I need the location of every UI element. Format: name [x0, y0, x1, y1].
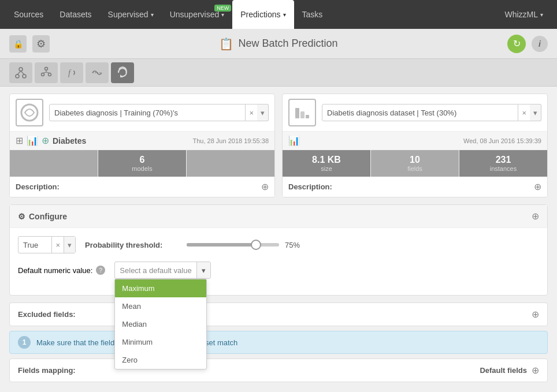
nav-unsupervised-arrow: ▾ — [221, 12, 224, 18]
left-panel-desc-label: Description: — [16, 182, 60, 191]
svg-point-0 — [19, 68, 23, 71]
nav-datasets[interactable]: Datasets — [51, 0, 99, 29]
help-icon[interactable]: ? — [96, 266, 105, 275]
configure-title: ⚙ Configure — [18, 212, 67, 221]
dropdown-option-mean[interactable]: Mean — [115, 297, 206, 315]
probability-slider-fill — [187, 243, 256, 247]
nav-supervised[interactable]: Supervised ▾ — [100, 0, 162, 29]
configure-gear-icon: ⚙ — [18, 212, 25, 221]
nav-unsupervised-badge: NEW — [214, 5, 231, 12]
svg-rect-17 — [306, 115, 309, 118]
left-panel-clear[interactable]: × — [246, 104, 257, 121]
svg-line-4 — [21, 71, 24, 74]
header-bar: 🔒 ⚙ 📋 New Batch Prediction ↻ i — [0, 29, 557, 59]
left-panel-stats: 6 models — [10, 150, 274, 177]
nav-predictions-arrow: ▾ — [283, 12, 286, 18]
tab-ensemble[interactable] — [9, 62, 32, 83]
tab-function[interactable]: f — [60, 62, 83, 83]
right-panel-expand[interactable]: ⊕ — [534, 181, 541, 192]
left-panel-model-name: Diabetes — [53, 136, 86, 145]
configure-header: ⚙ Configure ⊕ — [10, 205, 547, 228]
nav-sources-label: Sources — [14, 10, 43, 19]
probability-label: Probability threshold: — [85, 241, 177, 249]
left-panel-model-icon: ⊞ — [16, 135, 23, 146]
fields-mapping-expand[interactable]: ⊕ — [532, 365, 539, 376]
excluded-fields-expand[interactable]: ⊕ — [532, 309, 539, 320]
dropdown-trigger-arrow[interactable]: ▾ — [196, 262, 210, 278]
dropdown-option-median[interactable]: Median — [115, 315, 206, 333]
settings-icon[interactable]: ⚙ — [32, 35, 50, 53]
left-panel-model-date: Thu, 28 Jun 2018 19:55:38 — [193, 137, 269, 144]
tab-refresh[interactable] — [111, 62, 134, 83]
header-left-icons: 🔒 ⚙ — [9, 35, 50, 53]
svg-text:f: f — [68, 69, 72, 77]
nav-predictions[interactable]: Predictions ▾ — [232, 0, 294, 29]
default-value-dropdown-trigger[interactable]: Select a default value ▾ — [114, 262, 210, 279]
left-stat-0 — [10, 150, 98, 177]
probability-slider-track[interactable] — [187, 243, 279, 247]
true-select-val: True — [18, 241, 51, 249]
left-panel-input-wrap: × ▾ — [49, 104, 269, 121]
nav-whizzml[interactable]: WhizzML ▾ — [496, 0, 551, 29]
numeric-label-wrap: Default numeric value: ? — [18, 266, 105, 275]
left-panel-compass-icon: ⊕ — [42, 135, 49, 146]
dropdown-option-maximum[interactable]: Maximum — [115, 279, 206, 297]
svg-point-14 — [21, 104, 38, 121]
left-panel-input[interactable] — [49, 104, 246, 121]
nav-predictions-label: Predictions — [240, 10, 280, 19]
true-select-arrow[interactable]: ▾ — [64, 237, 75, 253]
configure-title-text: Configure — [29, 212, 67, 221]
tab-tree[interactable] — [35, 62, 58, 83]
nav-user-label: WhizzML — [504, 10, 538, 19]
right-panel: × ▾ 📊 Wed, 08 Jun 2016 15:39:39 8.1 KB s… — [282, 94, 548, 197]
default-value-dropdown-menu: Maximum Mean Median Minimum Zero — [114, 279, 207, 369]
svg-point-5 — [45, 67, 48, 70]
svg-point-6 — [42, 73, 44, 76]
main-content: × ▾ ⊞ 📊 ⊕ Diabetes Thu, 28 Jun 2018 19:5… — [0, 87, 557, 389]
nav-tasks-label: Tasks — [302, 10, 323, 19]
dropdown-option-minimum[interactable]: Minimum — [115, 333, 206, 351]
fields-mapping-row: Fields mapping: Default fields ⊕ — [9, 359, 548, 382]
right-panel-arrow[interactable]: ▾ — [530, 104, 541, 121]
excluded-fields-row: Excluded fields: ⊕ — [9, 303, 548, 326]
svg-point-1 — [16, 74, 19, 78]
nav-user-arrow: ▾ — [540, 12, 543, 18]
svg-point-2 — [23, 74, 26, 78]
left-panel-expand[interactable]: ⊕ — [261, 181, 269, 192]
right-panel-stats: 8.1 KB size 10 fields 231 instances — [283, 150, 547, 177]
right-panel-logo — [288, 99, 316, 126]
panels-row: × ▾ ⊞ 📊 ⊕ Diabetes Thu, 28 Jun 2018 19:5… — [9, 94, 548, 197]
right-panel-clear[interactable]: × — [518, 104, 530, 121]
nav-unsupervised-label: Unsupervised — [170, 10, 220, 19]
refresh-button[interactable]: ↻ — [507, 35, 526, 53]
svg-point-7 — [49, 73, 51, 76]
svg-line-10 — [46, 72, 50, 73]
left-stat-2 — [187, 150, 274, 177]
nav-unsupervised[interactable]: Unsupervised NEW ▾ — [162, 0, 233, 29]
true-select-clear[interactable]: × — [51, 237, 64, 253]
right-panel-top: × ▾ — [283, 94, 547, 132]
tab-network[interactable] — [86, 62, 109, 83]
left-panel-chart-icon: 📊 — [27, 135, 38, 146]
right-stat-1-value: 10 — [373, 155, 456, 165]
configure-expand[interactable]: ⊕ — [532, 211, 539, 222]
nav-tasks[interactable]: Tasks — [294, 0, 331, 29]
info-button[interactable]: i — [532, 36, 548, 52]
left-panel-top: × ▾ — [10, 94, 274, 132]
true-select[interactable]: True × ▾ — [18, 236, 76, 253]
nav-sources[interactable]: Sources — [6, 0, 51, 29]
left-panel: × ▾ ⊞ 📊 ⊕ Diabetes Thu, 28 Jun 2018 19:5… — [9, 94, 275, 197]
right-panel-chart-icon: 📊 — [288, 135, 300, 146]
info-banner-number: 1 — [18, 336, 31, 349]
left-panel-arrow[interactable]: ▾ — [257, 104, 269, 121]
config-row-1: True × ▾ Probability threshold: 75% — [18, 236, 539, 253]
dropdown-option-zero[interactable]: Zero — [115, 351, 206, 369]
svg-line-3 — [17, 71, 21, 74]
right-stat-0-label: size — [285, 165, 368, 172]
probability-value: 75% — [285, 241, 300, 249]
configure-body: True × ▾ Probability threshold: 75% Defa… — [10, 228, 547, 295]
lock-icon[interactable]: 🔒 — [9, 35, 27, 53]
default-numeric-label: Default numeric value: — [18, 266, 92, 275]
probability-slider-thumb[interactable] — [251, 240, 261, 250]
right-panel-input[interactable] — [322, 104, 518, 121]
